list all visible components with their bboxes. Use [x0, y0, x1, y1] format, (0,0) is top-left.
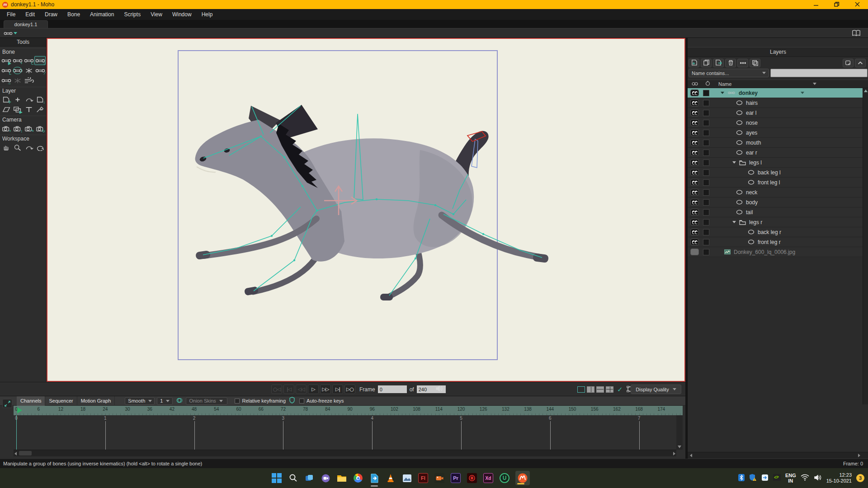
taskbar-vlc-icon[interactable]	[385, 473, 396, 483]
layer-visibility-toggle[interactable]	[690, 99, 699, 106]
layer-visibility-toggle[interactable]	[690, 129, 699, 136]
display-quality-dropdown[interactable]: Display Quality	[631, 385, 681, 394]
timeline-tab-channels[interactable]: Channels	[17, 396, 45, 406]
minimize-button[interactable]	[806, 0, 826, 9]
onion-skin-icon[interactable]	[176, 397, 183, 405]
auto-freeze-keys-checkbox[interactable]	[299, 399, 304, 404]
taskbar-task-view-icon[interactable]	[304, 473, 315, 483]
layers-vertical-scrollbar[interactable]	[863, 88, 868, 404]
menu-window[interactable]: Window	[167, 9, 197, 20]
more-options-button[interactable]	[737, 59, 748, 67]
tab-donkey1-1[interactable]: donkey1.1	[4, 20, 48, 28]
layer-reference-tool[interactable]: ↓	[34, 95, 46, 104]
reference-layer-button[interactable]	[713, 59, 724, 67]
layer-row-hairs[interactable]: hairs	[688, 98, 863, 108]
timeline-tab-sequencer[interactable]: Sequencer	[45, 396, 77, 406]
layer-row-neck[interactable]: neck	[688, 188, 863, 197]
single-view-button[interactable]	[577, 386, 585, 393]
previous-frame-button[interactable]: ◁◁	[296, 385, 307, 394]
layer-visibility-toggle[interactable]	[690, 209, 699, 216]
shear-layer-tool[interactable]	[0, 105, 12, 114]
layer-expander-icon[interactable]	[721, 92, 724, 94]
layer-color-swatch[interactable]	[703, 249, 709, 255]
menu-scripts[interactable]: Scripts	[119, 9, 146, 20]
eyedropper-tool[interactable]	[34, 105, 46, 114]
bone-strength-tool[interactable]	[12, 66, 23, 75]
taskbar-incopy-icon[interactable]	[467, 473, 477, 483]
layer-visibility-toggle[interactable]	[690, 179, 699, 186]
layer-filter-dropdown[interactable]: Name contains...	[689, 69, 769, 77]
loop-button[interactable]: ▷○	[344, 385, 355, 394]
roll-camera-tool[interactable]: ↷	[23, 124, 34, 133]
menu-file[interactable]: File	[2, 9, 20, 20]
layer-color-swatch[interactable]	[703, 189, 709, 196]
taskbar-camera-app-icon[interactable]	[434, 473, 445, 483]
pan-workspace-tool[interactable]	[0, 143, 12, 152]
layer-row-tail[interactable]: tail	[688, 207, 863, 217]
layer-visibility-toggle[interactable]	[690, 169, 699, 176]
taskbar-premiere-icon[interactable]: Pr	[450, 473, 461, 483]
four-views-button[interactable]	[606, 386, 613, 393]
scroll-right-icon[interactable]	[673, 452, 675, 455]
scroll-right-icon[interactable]	[858, 454, 860, 457]
scroll-left-icon[interactable]	[14, 452, 17, 455]
layer-color-swatch[interactable]	[703, 120, 709, 126]
layer-visibility-toggle[interactable]	[690, 219, 699, 225]
play-button[interactable]: ▷	[308, 385, 319, 394]
layer-row-legs-r[interactable]: legs r	[688, 217, 863, 227]
collapse-panel-button[interactable]	[855, 59, 866, 67]
language-indicator[interactable]: ENGIN	[785, 473, 796, 483]
current-tool-options-icon[interactable]	[4, 29, 17, 37]
layer-color-swatch[interactable]	[703, 179, 709, 186]
add-bone-tool[interactable]: +	[12, 56, 23, 65]
layer-expander-icon[interactable]	[732, 221, 736, 223]
layer-color-swatch[interactable]	[703, 169, 709, 176]
layer-options-caret-icon[interactable]	[801, 92, 804, 94]
layer-row-front-leg-r[interactable]: front leg r	[688, 237, 863, 247]
clock[interactable]: 12:2315-10-2021	[826, 472, 852, 484]
interval-dropdown[interactable]: 1	[157, 397, 173, 405]
onion-skins-dropdown[interactable]: Onion Skins	[186, 397, 227, 405]
chevron-down-icon[interactable]	[813, 83, 816, 85]
layer-row-nose[interactable]: nose	[688, 118, 863, 128]
layer-row-mouth[interactable]: mouth	[688, 138, 863, 148]
menu-view[interactable]: View	[146, 9, 167, 20]
menu-bone[interactable]: Bone	[62, 9, 85, 20]
taskbar-start-icon[interactable]	[271, 473, 282, 483]
volume-icon[interactable]	[814, 474, 822, 483]
bone-dynamics-tool[interactable]	[23, 76, 34, 85]
layer-color-swatch[interactable]	[703, 140, 709, 146]
freeze-pose-tool[interactable]	[12, 76, 23, 85]
scrollbar-thumb[interactable]	[19, 451, 32, 455]
expand-timeline-button[interactable]	[2, 399, 12, 408]
timeline-ruler[interactable]: 0612182430364248546066727884909610210811…	[14, 406, 683, 415]
fast-forward-button[interactable]: ▷▷	[320, 385, 331, 394]
flexi-bind-points-tool[interactable]	[23, 66, 34, 75]
name-column-header[interactable]: Name	[718, 81, 731, 87]
rotate-workspace-tool[interactable]	[23, 143, 34, 152]
taskbar-photos-icon[interactable]	[401, 473, 412, 483]
taskbar-animate-icon[interactable]: Fl	[418, 473, 429, 483]
menu-help[interactable]: Help	[197, 9, 218, 20]
library-book-icon[interactable]	[852, 29, 861, 38]
merge-layers-button[interactable]	[750, 59, 760, 67]
rewind-to-start-button[interactable]: ○◁	[271, 385, 282, 394]
layer-visibility-toggle[interactable]	[690, 149, 699, 156]
layer-color-swatch[interactable]	[703, 110, 709, 116]
bind-layer-tool[interactable]: L	[0, 66, 12, 75]
scroll-left-icon[interactable]	[690, 454, 692, 457]
playhead-handle[interactable]	[17, 407, 22, 413]
current-frame-input[interactable]	[378, 385, 407, 393]
transform-layer-tool[interactable]: ✛	[0, 95, 12, 104]
pan-tilt-camera-tool[interactable]: ↻	[34, 124, 46, 133]
taskbar-movie-maker-icon[interactable]	[369, 473, 380, 483]
tray-nvidia-icon[interactable]	[773, 474, 781, 482]
enable-drawing-checkmark-icon[interactable]: ✓	[617, 385, 623, 394]
three-views-button[interactable]	[596, 386, 604, 393]
reset-view-tool[interactable]	[34, 143, 46, 152]
taskbar-chrome-icon[interactable]	[353, 473, 363, 483]
taskbar-file-explorer-icon[interactable]	[336, 473, 347, 483]
close-button[interactable]	[847, 0, 868, 9]
offset-bone-tool[interactable]: →	[0, 76, 12, 85]
wifi-icon[interactable]	[801, 474, 809, 482]
